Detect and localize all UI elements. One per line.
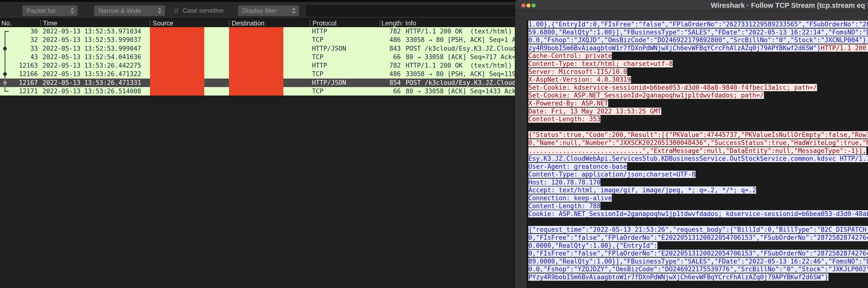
column-separator[interactable] xyxy=(229,20,229,26)
stream-line: Content-Type: text/html; charset=utf-8 xyxy=(528,60,868,68)
char-width-dropdown[interactable]: Narrow & Wide xyxy=(94,5,165,16)
cell-no: 30 xyxy=(0,27,38,36)
source-redaction-block xyxy=(150,53,204,61)
window-title: Wireshark · Follow TCP Stream (tcp.strea… xyxy=(711,0,868,11)
server-data-segment: PYzy4R9bobISm6BvAiaagbtoW1r7fDXnPdWNjwXj… xyxy=(528,274,829,281)
find-input[interactable] xyxy=(306,5,515,17)
client-data-segment: Set-Cookie: ASP.NET_SessionId=2ganapoqhw… xyxy=(528,92,764,99)
source-redaction-block xyxy=(150,78,204,87)
column-separator[interactable] xyxy=(40,20,41,26)
stream-line: 0,"FIsFree":"false","FPlaOrderNo":"E2022… xyxy=(528,250,868,257)
stream-line: Accept: text/html, image/gif, image/jpeg… xyxy=(528,186,868,194)
cell-info: POST /k3cloud/Esy.K3.JZ.Cloud xyxy=(406,44,515,53)
packet-rows: 30 2022-05-13 13:52:53.971034 HTTP 782 H… xyxy=(0,27,515,96)
cell-no: 12167 xyxy=(0,78,38,87)
server-data-segment: 0.0,"Fshop":"YZQJDZY","OmsBizCode":"DO24… xyxy=(528,265,868,273)
source-redaction-block xyxy=(150,70,204,78)
cell-no: 12166 xyxy=(0,70,38,78)
stream-line: 0.0,"Fshop":"JXQJD","OmsBizCode":"DO2469… xyxy=(528,36,868,44)
stream-line: Content-Length: 353 xyxy=(528,115,868,123)
source-redaction-block xyxy=(150,87,204,96)
column-header-protocol[interactable]: Protocol xyxy=(312,19,375,28)
column-separator[interactable] xyxy=(380,20,380,26)
client-data-segment: HTTP/1.1 200 xyxy=(821,44,868,52)
packet-row[interactable]: 12166 2022-05-13 13:53:26.471322 TCP 486… xyxy=(0,70,515,78)
client-data-segment: Date: Fri, 13 May 2022 13:53:25 GMT xyxy=(528,108,661,115)
char-width-label: Narrow & Wide xyxy=(98,7,141,14)
packet-row[interactable]: 32 2022-05-13 13:52:53.999037 TCP 486 33… xyxy=(0,36,515,44)
cell-length: 486 xyxy=(364,36,401,44)
cell-time: 2022-05-13 13:53:26.471322 xyxy=(42,70,147,78)
stream-line xyxy=(528,218,868,226)
client-data-segment: Content-Type: text/html; charset=utf-8 xyxy=(528,60,673,67)
stream-line: 1.00},{"EntryId":0,"FIsFree":"false","FP… xyxy=(528,20,868,28)
stream-text-area[interactable]: 1.00},{"EntryId":0,"FIsFree":"false","FP… xyxy=(526,20,868,288)
cell-no: 43 xyxy=(0,53,38,61)
stream-line: PYzy4R9bobISm6BvAiaagbtoW1r7fDXnPdWNjwXj… xyxy=(528,273,868,281)
client-data-segment: {"Status":true,"Code":200,"Result":[{"PK… xyxy=(528,131,868,138)
stream-line: 89.0000,"RealQty":1.00}],"FBusinessType"… xyxy=(528,257,868,265)
close-button[interactable] xyxy=(521,3,525,7)
cell-info: 33058 → 80 [PSH, ACK] Seq=119 xyxy=(406,70,515,78)
server-data-segment: 59.6800,"RealQty":1.00}],"FBusinessType"… xyxy=(528,29,868,36)
client-data-segment: Set-Cookie: kdservice-sessionid=b6bea053… xyxy=(528,84,817,91)
stream-line: 0.0000,"RealQty":1.00},{"EntryId": xyxy=(528,242,868,250)
cell-time: 2022-05-13 13:53:26.442275 xyxy=(42,61,147,70)
destination-redaction-block xyxy=(229,87,283,96)
column-header-time[interactable]: Time xyxy=(43,19,147,28)
column-header-source[interactable]: Source xyxy=(153,19,225,28)
cell-no: 33 xyxy=(0,44,38,53)
stream-line: X-Powered-By: ASP.NET xyxy=(528,99,868,107)
destination-redaction-block xyxy=(229,78,283,87)
client-data-segment: Cache-Control: private xyxy=(528,52,612,59)
cell-time: 2022-05-13 13:52:53.971034 xyxy=(42,27,147,36)
column-header-destination[interactable]: Destination xyxy=(232,19,305,28)
source-redaction-block xyxy=(150,61,204,70)
cell-info: 80 → 33058 [ACK] Seq=717 Ack= xyxy=(406,53,515,61)
source-redaction-block xyxy=(150,27,204,36)
updown-chevron-icon xyxy=(65,7,74,14)
server-data-segment: User-Agent: greatonce-base xyxy=(528,163,627,170)
column-header-info[interactable]: Info xyxy=(405,19,454,28)
minimize-button[interactable] xyxy=(526,3,531,7)
server-data-segment: 0.0,"Fshop":"JXQJD","OmsBizCode":"DO2469… xyxy=(528,36,868,44)
column-header-length[interactable]: Length xyxy=(381,19,402,28)
stream-line: ..............................","ExtraMe… xyxy=(528,147,868,155)
server-data-segment: zy4R9bobISm6BvAiaagbtoW1r7fDXnPdWNjwXjCh… xyxy=(528,44,821,52)
column-separator[interactable] xyxy=(310,20,310,26)
destination-redaction-block xyxy=(229,44,283,53)
search-domain-dropdown[interactable]: Packet list xyxy=(22,5,78,16)
stream-line xyxy=(528,123,868,131)
packet-row[interactable]: 43 2022-05-13 13:52:54.041636 TCP 66 80 … xyxy=(0,53,515,61)
server-data-segment: Cookie: ASP.NET_SessionId=2ganapoqhw1jp1… xyxy=(528,210,868,218)
packet-row[interactable]: 30 2022-05-13 13:52:53.971034 HTTP 782 H… xyxy=(0,27,515,36)
packet-row[interactable]: 12167 2022-05-13 13:53:26.471331 HTTP/JS… xyxy=(0,78,515,87)
server-data-segment: Connection: keep-alive xyxy=(528,194,612,202)
server-data-segment: Content-Type: application/json;charset=U… xyxy=(528,171,695,178)
cell-info: POST /k3cloud/Esy.K3.JZ.Cloud xyxy=(406,78,515,87)
column-separator[interactable] xyxy=(403,20,403,26)
server-data-segment: Host: 120.78.78.170 xyxy=(528,179,600,186)
packet-row[interactable]: 12163 2022-05-13 13:53:26.442275 HTTP 78… xyxy=(0,61,515,70)
server-data-segment: 0,"FIsFree":"false","FPlaOrderNo":"E2022… xyxy=(528,234,868,241)
cell-time: 2022-05-13 13:52:54.041636 xyxy=(42,53,147,61)
server-data-segment: 0,"FIsFree":"false","FPlaOrderNo":"E2022… xyxy=(528,250,868,257)
server-data-segment: 89.0000,"RealQty":1.00}],"FBusinessType"… xyxy=(528,258,868,265)
zoom-button[interactable] xyxy=(531,3,536,7)
packet-row[interactable]: 33 2022-05-13 13:52:53.999047 HTTP/JSON … xyxy=(0,44,515,53)
search-type-dropdown[interactable]: Display filter xyxy=(238,5,299,16)
packet-row[interactable]: 12171 2022-05-13 13:53:26.514008 TCP 66 … xyxy=(0,87,515,96)
updown-chevron-icon xyxy=(286,7,296,14)
search-domain-label: Packet list xyxy=(27,7,56,14)
stream-line: zy4R9bobISm6BvAiaagbtoW1r7fDXnPdWNjwXjCh… xyxy=(528,44,868,52)
cell-info: 33058 → 80 [PSH, ACK] Seq=1 A xyxy=(406,36,515,44)
stream-line: Esy.K3.JZ.CloudWebApi.ServicesStub.KDBus… xyxy=(528,155,868,163)
column-separator[interactable] xyxy=(150,20,150,26)
cell-info: HTTP/1.1 200 OK (text/html) xyxy=(406,61,515,70)
destination-redaction-block xyxy=(229,27,283,36)
column-header-no[interactable]: No. xyxy=(1,19,38,28)
destination-redaction-block xyxy=(229,61,283,70)
stream-line: Cookie: ASP.NET_SessionId=2ganapoqhw1jp1… xyxy=(528,210,868,218)
stream-line: Set-Cookie: ASP.NET_SessionId=2ganapoqhw… xyxy=(528,91,868,99)
case-sensitive-checkbox[interactable] xyxy=(173,8,179,14)
